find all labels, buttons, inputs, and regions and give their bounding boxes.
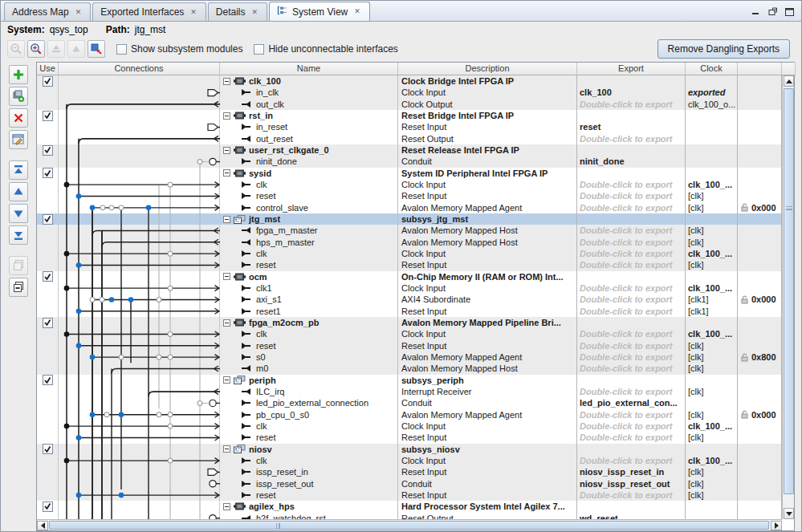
- export-placeholder[interactable]: Double-click to export: [580, 387, 673, 396]
- hide-unconnectable-checkbox[interactable]: Hide unconnectable interfaces: [254, 43, 397, 55]
- column-header-description[interactable]: Description: [398, 63, 577, 75]
- use-checkbox[interactable]: [43, 145, 53, 156]
- clock-value[interactable]: [clk]: [688, 467, 704, 477]
- component-row-jtg_mst[interactable]: jtg_mstsubsys_jtg_mst: [37, 213, 782, 225]
- interface-row-out_clk[interactable]: out_clkClock OutputDouble-click to expor…: [37, 99, 782, 110]
- connection-cell[interactable]: [59, 409, 220, 420]
- connection-cell[interactable]: [59, 168, 220, 179]
- connection-cell[interactable]: [59, 259, 220, 270]
- use-checkbox[interactable]: [43, 76, 53, 87]
- interface-row-hps_m_master[interactable]: hps_m_masterAvalon Memory Mapped HostDou…: [37, 237, 782, 248]
- export-placeholder[interactable]: Double-click to export: [580, 260, 673, 270]
- connection-cell[interactable]: [59, 420, 220, 432]
- export-placeholder[interactable]: Double-click to export: [580, 283, 673, 293]
- use-checkbox[interactable]: [43, 111, 53, 121]
- expander-icon[interactable]: [223, 112, 230, 120]
- expander-icon[interactable]: [223, 376, 230, 384]
- clock-value[interactable]: [clk]: [688, 433, 704, 442]
- connection-cell[interactable]: [59, 248, 220, 259]
- clock-value[interactable]: [clk]: [688, 490, 704, 500]
- interface-row-ninit_done[interactable]: ninit_doneConduitninit_done: [37, 156, 782, 167]
- clock-value[interactable]: exported: [688, 87, 725, 97]
- connection-cell[interactable]: [59, 282, 220, 294]
- export-placeholder[interactable]: Double-click to export: [580, 134, 673, 144]
- expander-icon[interactable]: [223, 319, 230, 327]
- clock-value[interactable]: [clk]: [688, 387, 704, 396]
- interface-row-clk[interactable]: clkClock InputDouble-click to exportclk_…: [37, 179, 782, 190]
- export-name[interactable]: ninit_done: [580, 156, 625, 166]
- scroll-up-button[interactable]: [784, 75, 794, 87]
- interface-row-led_pio_external_connection[interactable]: led_pio_external_connectionConduitled_pi…: [37, 397, 782, 408]
- connection-cell[interactable]: [59, 306, 220, 317]
- column-header-clock[interactable]: Clock: [686, 63, 738, 75]
- export-name[interactable]: clk_100: [580, 87, 612, 97]
- clock-value[interactable]: [clk]: [688, 225, 704, 235]
- base-address[interactable]: 0x000: [751, 203, 776, 213]
- export-placeholder[interactable]: Double-click to export: [580, 352, 673, 362]
- use-checkbox[interactable]: [43, 502, 53, 512]
- export-placeholder[interactable]: Double-click to export: [580, 307, 673, 316]
- column-header-export[interactable]: Export: [577, 63, 686, 75]
- clock-value[interactable]: clk_100_...: [688, 456, 732, 465]
- expander-icon[interactable]: [223, 503, 230, 510]
- expander-icon[interactable]: [223, 273, 230, 280]
- checkbox-box[interactable]: [254, 44, 264, 55]
- clock-value[interactable]: [clk]: [688, 238, 704, 247]
- interface-row-reset[interactable]: resetReset InputDouble-click to export[c…: [37, 489, 782, 501]
- clock-value[interactable]: [clk]: [688, 352, 704, 362]
- interface-row-axi_s1[interactable]: axi_s1AXI4 SubordinateDouble-click to ex…: [37, 294, 782, 305]
- clock-value[interactable]: [clk]: [688, 191, 704, 201]
- connection-cell[interactable]: [59, 179, 220, 190]
- tab-close-icon[interactable]: ✕: [352, 7, 362, 16]
- export-placeholder[interactable]: Double-click to export: [580, 180, 673, 189]
- base-address[interactable]: 0x000: [751, 410, 776, 420]
- lock-icon[interactable]: [741, 410, 748, 419]
- connection-cell[interactable]: [59, 317, 220, 328]
- clock-value[interactable]: clk_100_...: [688, 329, 732, 339]
- interface-row-ILC_irq[interactable]: ILC_irqInterrupt ReceiverDouble-click to…: [37, 386, 782, 397]
- interface-row-reset[interactable]: resetReset InputDouble-click to export[c…: [37, 190, 782, 201]
- connection-cell[interactable]: [59, 455, 220, 466]
- interface-row-clk[interactable]: clkClock InputDouble-click to exportclk_…: [37, 248, 782, 259]
- export-placeholder[interactable]: Double-click to export: [580, 363, 673, 373]
- expander-icon[interactable]: [223, 169, 230, 177]
- edit-component-button[interactable]: [9, 130, 28, 149]
- interface-row-clk[interactable]: clkClock InputDouble-click to exportclk_…: [37, 455, 782, 466]
- connection-cell[interactable]: [59, 489, 220, 501]
- use-checkbox[interactable]: [43, 214, 53, 225]
- export-placeholder[interactable]: Double-click to export: [580, 249, 673, 258]
- component-row-fpga_m2ocm_pb[interactable]: fpga_m2ocm_pbAvalon Memory Mapped Pipeli…: [37, 317, 782, 328]
- connection-cell[interactable]: [59, 225, 220, 236]
- lock-icon[interactable]: [741, 353, 748, 362]
- clock-value[interactable]: clk_100_o...: [688, 99, 735, 109]
- tab-close-icon[interactable]: ✕: [250, 8, 260, 17]
- component-row-clk_100[interactable]: clk_100Clock Bridge Intel FPGA IP: [37, 75, 782, 87]
- connection-cell[interactable]: [59, 133, 220, 144]
- connection-cell[interactable]: [59, 144, 220, 156]
- lock-icon[interactable]: [741, 203, 748, 212]
- maximize-button[interactable]: [784, 7, 795, 16]
- export-placeholder[interactable]: Double-click to export: [580, 203, 673, 213]
- expander-icon[interactable]: [223, 147, 230, 154]
- add-subsystem-button[interactable]: [9, 87, 28, 106]
- clock-value[interactable]: [clk1]: [688, 294, 709, 304]
- connection-cell[interactable]: [59, 213, 220, 225]
- base-address[interactable]: 0x000: [751, 294, 776, 304]
- interface-row-reset[interactable]: resetReset InputDouble-click to export[c…: [37, 340, 782, 351]
- connection-cell[interactable]: [59, 444, 220, 455]
- component-row-user_rst_clkgate_0[interactable]: user_rst_clkgate_0Reset Release Intel FP…: [37, 144, 782, 156]
- connection-cell[interactable]: [59, 397, 220, 408]
- interface-row-in_reset[interactable]: in_resetReset Inputreset: [37, 121, 782, 132]
- column-header-connections[interactable]: Connections: [59, 63, 220, 75]
- connection-cell[interactable]: [59, 466, 220, 477]
- column-header-name[interactable]: Name: [220, 63, 398, 75]
- checkbox-box[interactable]: [116, 44, 127, 55]
- clock-value[interactable]: [clk]: [688, 479, 704, 489]
- connection-cell[interactable]: [59, 75, 220, 87]
- connection-cell[interactable]: [59, 110, 220, 121]
- tab-exported-interfaces[interactable]: Exported Interfaces✕: [92, 2, 206, 21]
- connection-cell[interactable]: [59, 386, 220, 397]
- component-row-periph[interactable]: periphsubsys_periph: [37, 375, 782, 386]
- export-name[interactable]: reset: [580, 122, 600, 132]
- show-subsystem-modules-checkbox[interactable]: Show subsystem modules: [116, 43, 242, 55]
